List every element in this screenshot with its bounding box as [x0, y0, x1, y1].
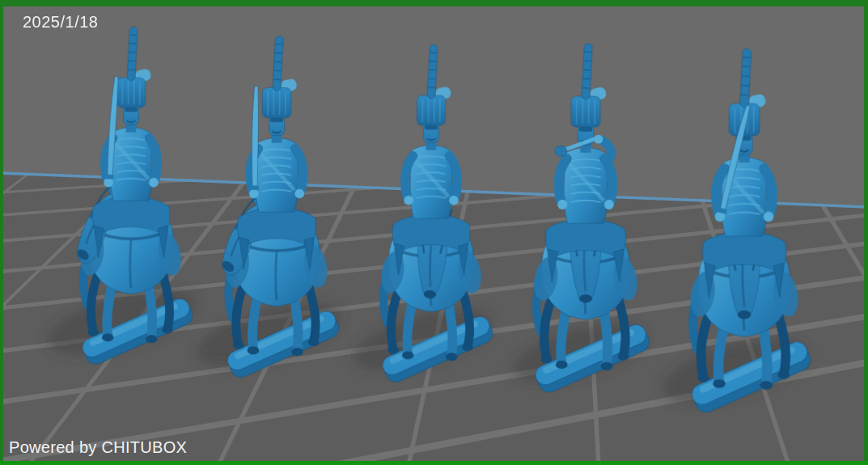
- frame-border-bottom: [0, 461, 868, 465]
- slicer-preview-window: 2025/1/18 Powered by CHITUBOX: [0, 0, 868, 465]
- viewport-3d[interactable]: [0, 0, 868, 465]
- frame-border-top: [0, 0, 868, 6]
- frame-border-left: [0, 0, 3, 465]
- date-label: 2025/1/18: [23, 13, 98, 32]
- frame-border-right: [864, 0, 868, 465]
- chitubox-watermark: Powered by CHITUBOX: [9, 438, 187, 457]
